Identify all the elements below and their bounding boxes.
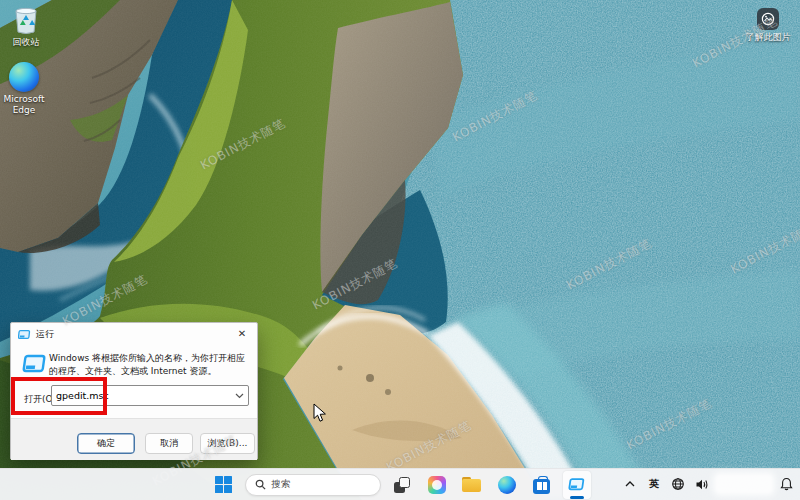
file-explorer-icon [462,477,481,492]
store-icon [533,479,550,494]
chevron-down-icon[interactable] [235,393,244,399]
windows-logo-icon [215,476,233,494]
cancel-button[interactable]: 取消 [145,433,193,454]
learn-picture-icon [757,8,779,30]
run-dialog-title-icon [18,329,31,340]
speaker-icon [695,478,709,491]
notification-button[interactable] [776,471,796,497]
desktop-icon-edge[interactable]: Microsoft Edge [0,62,56,116]
recycle-bin-icon [11,3,41,35]
run-icon [22,353,48,375]
desktop: 回收站 Microsoft Edge 了解此图片 运行 ✕ [0,0,800,500]
system-tray: 英 [620,468,796,500]
browse-button[interactable]: 浏览(B)... [200,433,255,454]
volume-button[interactable] [692,471,712,497]
run-taskbar-icon [568,477,586,492]
close-icon[interactable]: ✕ [227,323,257,344]
search-icon [255,479,266,490]
clock-blurred[interactable] [716,475,772,493]
file-explorer-button[interactable] [458,471,486,499]
start-button[interactable] [210,471,238,499]
edge-label: Microsoft Edge [0,94,56,116]
run-dialog-titlebar[interactable]: 运行 ✕ [11,323,257,345]
run-dialog-description: Windows 将根据你所输入的名称，为你打开相应的程序、文件夹、文档或 Int… [49,352,249,378]
copilot-button[interactable] [423,471,451,499]
taskbar-search[interactable]: 搜索 [245,474,381,496]
chevron-up-icon [625,481,635,487]
recycle-bin-label: 回收站 [13,37,40,48]
tray-chevron-button[interactable] [620,471,640,497]
ok-button[interactable]: 确定 [77,433,135,454]
run-dialog: 运行 ✕ Windows 将根据你所输入的名称，为你打开相应的程序、文件夹、文档… [10,322,258,460]
copilot-icon [428,476,446,494]
bell-icon [780,477,793,491]
task-view-icon [394,477,410,493]
run-dialog-footer: 确定 取消 浏览(B)... [11,418,257,460]
task-view-button[interactable] [388,471,416,499]
store-button[interactable] [528,471,556,499]
network-button[interactable] [668,471,688,497]
run-dialog-title: 运行 [36,328,54,341]
edge-taskbar-icon [498,476,516,494]
search-placeholder: 搜索 [272,478,291,491]
desktop-icon-recycle-bin[interactable]: 回收站 [0,3,58,48]
learn-picture-label: 了解此图片 [746,32,791,43]
globe-network-icon [671,477,685,491]
edge-button[interactable] [493,471,521,499]
run-app-button-active[interactable] [563,471,591,499]
desktop-icon-learn-picture[interactable]: 了解此图片 [740,8,796,43]
ime-indicator[interactable]: 英 [644,471,664,497]
edge-icon [9,62,39,92]
red-highlight-box [11,377,107,415]
